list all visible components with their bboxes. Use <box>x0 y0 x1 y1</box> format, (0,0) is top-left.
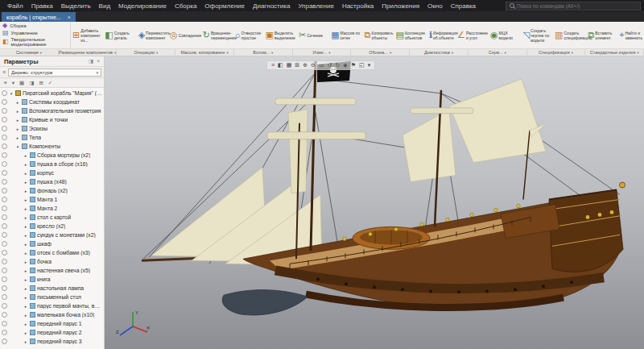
tree-item[interactable]: ▸ Кривые и точки <box>0 115 104 124</box>
close-icon[interactable]: × <box>97 58 100 64</box>
menu-item[interactable]: Файл <box>3 2 27 10</box>
expand-arrow-icon[interactable]: ▸ <box>15 127 20 131</box>
tree-item[interactable]: ▸ передний парус 3 <box>0 337 104 346</box>
ribbon-button[interactable]: ↻ Вращение-перемещение <box>202 30 233 40</box>
expand-arrow-icon[interactable]: ▸ <box>23 339 28 344</box>
view-toolbar-icon[interactable]: ↻ <box>335 62 340 69</box>
tree-filter-icon[interactable]: ▾ <box>12 80 14 86</box>
tree-item[interactable]: ▸ передний парус 2 <box>0 328 104 337</box>
visibility-eye-icon[interactable] <box>2 152 7 158</box>
tree-item[interactable]: ▸ стол с картой <box>0 213 104 222</box>
visibility-eye-icon[interactable] <box>2 241 7 247</box>
expand-arrow-icon[interactable]: ▸ <box>23 304 28 309</box>
tree-item[interactable]: ▸ Системы координат <box>0 98 104 106</box>
visibility-eye-icon[interactable] <box>2 206 7 211</box>
visibility-eye-icon[interactable] <box>2 294 7 300</box>
command-search[interactable] <box>506 2 641 10</box>
tree-item[interactable]: ▸ Сборка мортиры (х2) <box>0 151 104 160</box>
expand-arrow-icon[interactable]: ▸ <box>23 206 28 211</box>
expand-arrow-icon[interactable]: ▸ <box>23 313 28 318</box>
menu-item[interactable]: Оформление <box>200 2 249 10</box>
visibility-eye-icon[interactable] <box>2 285 7 291</box>
view-toolbar-icon[interactable]: ⊞ <box>295 62 299 69</box>
view-toolbar-icon[interactable]: ⊖ <box>311 62 316 69</box>
ribbon-button[interactable]: ◈ Переместить компонент <box>138 30 168 40</box>
expand-arrow-icon[interactable]: ▸ <box>15 100 20 105</box>
ribbon-button[interactable]: ◹ Создать чертеж по модели <box>522 28 553 43</box>
expand-arrow-icon[interactable]: ▸ <box>23 189 28 193</box>
ribbon-button[interactable]: ✂ Сечение <box>298 30 329 40</box>
expand-arrow-icon[interactable]: ▸ <box>23 277 28 282</box>
tree-item[interactable]: ▸ маленькая бочка (х10) <box>0 310 104 319</box>
ribbon-button[interactable]: ◉ МЦХ модели <box>489 30 522 40</box>
ribbon-section-tab[interactable]: Размещение компонентов ▾ <box>59 49 118 56</box>
visibility-eye-icon[interactable] <box>2 161 7 167</box>
visibility-eye-icon[interactable] <box>2 321 7 326</box>
ribbon-section-tab[interactable]: Спецификация ▾ <box>527 49 586 56</box>
ribbon-button[interactable]: ℹ Информация об объекте <box>428 30 456 40</box>
expand-arrow-icon[interactable]: ▸ <box>23 162 28 167</box>
document-tab[interactable]: корабль | открытие... × <box>2 12 76 22</box>
visibility-eye-icon[interactable] <box>2 312 7 318</box>
visibility-eye-icon[interactable] <box>2 135 7 140</box>
expand-arrow-icon[interactable]: ▸ <box>23 286 28 291</box>
visibility-eye-icon[interactable] <box>2 303 7 309</box>
menu-item[interactable]: Правка <box>27 2 57 10</box>
close-icon[interactable]: × <box>68 15 71 20</box>
visibility-eye-icon[interactable] <box>2 330 7 335</box>
tree-filter-icon[interactable]: ▦ <box>19 80 24 86</box>
tree-item[interactable]: ▸ Тела <box>0 133 104 142</box>
expand-arrow-icon[interactable]: ▸ <box>15 109 20 114</box>
ribbon-button[interactable]: ∠ Расстояние и угол <box>456 30 489 40</box>
expand-arrow-icon[interactable]: ▸ <box>15 135 20 140</box>
tree-item[interactable]: ▸ передний парус 1 <box>0 319 104 328</box>
menu-item[interactable]: Управление <box>294 2 337 10</box>
tree-filter-icon[interactable]: ✓ <box>48 80 52 86</box>
menu-item[interactable]: Сборка <box>171 2 200 10</box>
ribbon-button[interactable]: ◧ Создать деталь <box>104 30 136 40</box>
tree-item[interactable]: ▸ отсек с бомбами (х3) <box>0 248 104 257</box>
tree-item[interactable]: ▾ Пиратский корабль "Мария" (Тел... <box>0 89 104 98</box>
expand-arrow-icon[interactable]: ▸ <box>23 180 28 185</box>
view-toolbar-icon[interactable]: ▭ <box>319 62 324 69</box>
ribbon-mode-button[interactable]: ◆ Сборка <box>2 23 68 29</box>
tree-item[interactable]: ▸ сундук с монетами (х2) <box>0 231 104 239</box>
ribbon-button[interactable]: ▣ Выделить выделение <box>265 30 297 40</box>
view-toolbar-icon[interactable]: ⊕ <box>303 62 308 69</box>
visibility-eye-icon[interactable] <box>2 268 7 273</box>
ribbon-button[interactable]: ◎ Совпадение <box>169 30 201 40</box>
tree-item[interactable]: ▸ Вспомогательная геометрия <box>0 106 104 115</box>
expand-arrow-icon[interactable]: ▸ <box>23 251 28 256</box>
tree-filter-icon[interactable]: ⊞ <box>39 80 43 86</box>
ribbon-button[interactable]: ○ Отверстие простое <box>234 31 264 40</box>
ribbon-button[interactable]: ⊞ Добавить компонент из... <box>72 28 103 43</box>
visibility-eye-icon[interactable] <box>2 250 7 256</box>
tree-item[interactable]: ▸ парус первой мачты, верхний <box>0 301 104 310</box>
visibility-eye-icon[interactable] <box>2 232 7 238</box>
tree-item[interactable]: ▸ письменный стол <box>0 293 104 301</box>
command-search-input[interactable] <box>517 3 637 9</box>
view-toolbar-icon[interactable]: ↺ <box>328 62 332 69</box>
orientation-triad[interactable]: Y X Z <box>114 307 151 344</box>
tree-item[interactable]: ▸ пушка в сборе (х16) <box>0 160 104 168</box>
tree-item[interactable]: ▸ кресло (х2) <box>0 222 104 231</box>
ribbon-section-tab[interactable]: Стандартные изделия ▾ <box>585 49 644 56</box>
ribbon-section-tab[interactable]: Обозна... ▾ <box>351 49 410 56</box>
expand-arrow-icon[interactable]: ▸ <box>23 197 28 202</box>
ribbon-section-tab[interactable]: Серв... ▾ <box>469 49 527 56</box>
expand-arrow-icon[interactable]: ▸ <box>23 268 28 273</box>
visibility-eye-icon[interactable] <box>2 126 7 131</box>
view-toolbar-icon[interactable]: ▾ <box>368 62 371 69</box>
ribbon-button[interactable]: ▥ Создать спецификацию <box>554 30 586 40</box>
visibility-eye-icon[interactable] <box>2 259 7 264</box>
visibility-eye-icon[interactable] <box>2 179 7 185</box>
tree-item[interactable]: ▸ Мачта 2 <box>0 204 104 213</box>
tree-item[interactable]: ▸ Мачта 1 <box>0 195 104 204</box>
menu-item[interactable]: Справка <box>447 2 480 10</box>
ship-3d-model[interactable] <box>105 56 644 349</box>
visibility-eye-icon[interactable] <box>2 117 7 123</box>
ribbon-button[interactable]: ▦ Массив по сетке <box>330 30 362 40</box>
view-toolbar-icon[interactable]: ◱ <box>359 62 365 69</box>
visibility-eye-icon[interactable] <box>2 276 7 282</box>
tree-item[interactable]: ▸ настольная лампа <box>0 284 104 293</box>
